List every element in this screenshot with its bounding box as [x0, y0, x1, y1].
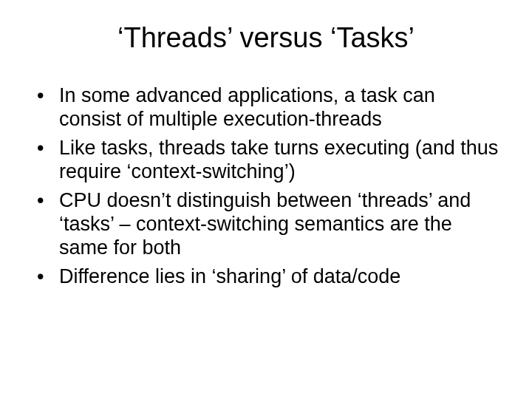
slide-title: ‘Threads’ versus ‘Tasks’: [30, 22, 502, 54]
bullet-item: CPU doesn’t distinguish between ‘threads…: [37, 188, 502, 260]
bullet-list: In some advanced applications, a task ca…: [37, 83, 502, 288]
slide: ‘Threads’ versus ‘Tasks’ In some advance…: [0, 0, 532, 399]
bullet-item: Difference lies in ‘sharing’ of data/cod…: [37, 265, 502, 288]
bullet-item: In some advanced applications, a task ca…: [37, 83, 502, 132]
bullet-item: Like tasks, threads take turns executing…: [37, 136, 502, 184]
